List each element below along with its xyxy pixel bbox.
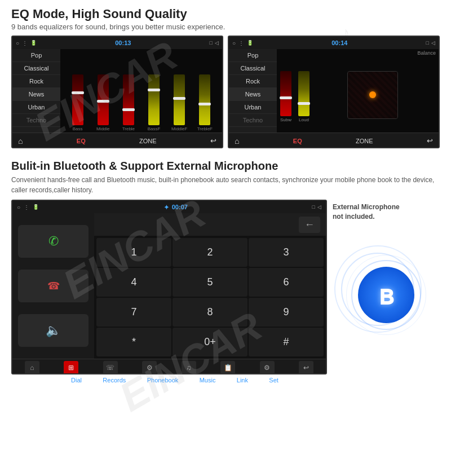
balance-dot[interactable] [369,91,376,98]
preset-techno-1[interactable]: Techno [12,114,60,127]
dial-key-3[interactable]: 3 [249,238,324,267]
phone-home-icon[interactable]: ⌂ [25,361,39,374]
records-icon[interactable]: ☏ [103,361,118,374]
eq-track-treblef[interactable] [199,74,210,125]
phone-back-nav-icon[interactable]: ↩ [299,361,313,374]
home-icon-2[interactable]: ⌂ [235,136,239,146]
dial-key-5[interactable]: 5 [173,268,247,297]
status-bar-2: ○ ⋮ 🔋 00:14 □ ◁ [229,37,439,49]
preset-techno-2[interactable]: Techno [229,114,277,127]
link-label: Link [237,377,248,384]
eq-bars-area-1: Bass Middle Treble BassF MiddleF TrebleF [60,49,222,133]
preset-classical-2[interactable]: Classical [229,62,277,75]
preset-classical-1[interactable]: Classical [12,62,60,75]
dial-key-hash[interactable]: # [249,328,324,356]
preset-pop-2[interactable]: Pop [229,49,277,62]
dial-icon[interactable]: ⊞ [64,361,78,374]
eq-track-middle[interactable] [98,74,109,125]
eq-bar-subw[interactable]: Subw [280,71,291,122]
preset-rock-2[interactable]: Rock [229,75,277,88]
eq-bar-bass[interactable] [72,74,83,125]
preset-pop-1[interactable]: Pop [12,49,60,62]
phone-nav-dial[interactable]: ⊞ [64,361,78,374]
eq-handle-treblef[interactable] [198,103,211,105]
eq-screens-row: ○ ⋮ 🔋 00:13 □ ◁ Pop Classical Rock [11,36,440,148]
status-right-2: □ ◁ [426,40,435,46]
balance-inner[interactable] [347,71,398,119]
eq-bar-loud[interactable]: Loud [298,71,309,122]
eq-bar-middle[interactable] [98,74,109,125]
dial-key-4[interactable]: 4 [96,268,171,297]
phone-square-icon: □ [312,204,315,210]
call-end-button[interactable]: ☎ [18,270,89,302]
dial-key-7[interactable]: 7 [96,298,171,327]
dial-key-8[interactable]: 8 [173,298,247,327]
preset-list-2[interactable]: Pop Classical Rock News Urban Techno [229,49,277,133]
eq-bar-bassf[interactable] [148,74,160,125]
eq-handle-subw[interactable] [280,96,292,99]
call-accept-button[interactable]: ✆ [18,225,89,258]
eq-handle-bassf[interactable] [148,89,160,91]
eq-track-middlef[interactable] [174,74,185,125]
label-treblef: TrebleF [196,126,213,131]
label-loud: Loud [299,117,309,122]
dial-left-buttons: ✆ ☎ 🔈 [12,213,94,359]
set-icon[interactable]: ⚙ [260,361,275,374]
music-icon[interactable]: ♫ [182,361,196,374]
dial-key-0[interactable]: 0+ [173,328,247,356]
eq-nav-label-1[interactable]: EQ [77,138,86,144]
back-icon-2: ◁ [431,40,435,46]
dial-key-6[interactable]: 6 [249,268,324,297]
phone-nav-back[interactable]: ↩ [299,361,313,374]
eq-handle-treble[interactable] [122,108,135,111]
back-nav-1[interactable]: ↩ [210,136,216,145]
preset-urban-1[interactable]: Urban [12,101,60,114]
eq-handle-middlef[interactable] [173,97,185,100]
eq-handle-bass[interactable] [72,91,84,94]
preset-news-1[interactable]: News [12,88,60,101]
eq-section-title: EQ Mode, High Sound Quality [11,7,440,21]
eq-track-treble[interactable] [123,74,134,125]
preset-urban-2[interactable]: Urban [229,101,277,114]
phone-nav-home[interactable]: ⌂ [25,361,39,374]
eq-nav-label-2[interactable]: EQ [293,138,302,144]
eq-body-2: Pop Classical Rock News Urban Techno Bal… [229,49,439,133]
dial-key-9[interactable]: 9 [249,298,324,327]
backspace-button[interactable]: ← [299,217,320,233]
phone-nav-records[interactable]: ☏ [103,361,118,374]
set-label: Set [269,377,278,384]
eq-handle-loud[interactable] [298,102,310,105]
dial-key-star[interactable]: * [96,328,171,356]
preset-list-1[interactable]: Pop Classical Rock News Urban Techno [12,49,60,133]
phone-nav-link[interactable]: 📋 [220,361,235,374]
dial-key-1[interactable]: 1 [96,238,171,267]
bluetooth-circle: ʙ [358,267,414,323]
eq-bar-middlef[interactable] [174,74,185,125]
phone-nav-music[interactable]: ♫ [182,361,196,374]
back-nav-2[interactable]: ↩ [427,136,433,145]
eq-bar-treble[interactable] [123,74,134,125]
volume-button[interactable]: 🔈 [18,314,89,347]
nav-labels-row: Dial Records Phonebook Music Link Set [11,374,327,386]
balance-display[interactable] [309,71,435,119]
home-icon-1[interactable]: ⌂ [18,136,23,146]
phonebook-icon[interactable]: ⚙ [142,361,157,374]
eq-track-loud[interactable] [298,71,309,116]
dial-key-2[interactable]: 2 [173,238,247,267]
eq-track-bassf[interactable] [148,74,160,125]
eq-screen-1: ○ ⋮ 🔋 00:13 □ ◁ Pop Classical Rock [11,36,223,148]
label-bassf: BassF [145,126,162,131]
phone-nav-phonebook[interactable]: ⚙ [142,361,157,374]
zone-nav-label-2[interactable]: ZONE [356,138,373,144]
preset-news-2[interactable]: News [229,88,277,101]
eq-track-subw[interactable] [280,71,291,116]
label-subw: Subw [280,117,291,122]
eq-bar-treblef[interactable] [199,74,210,125]
zone-nav-label-1[interactable]: ZONE [139,138,157,144]
link-icon[interactable]: 📋 [220,361,235,374]
preset-rock-1[interactable]: Rock [12,75,60,88]
time-display-2: 00:14 [331,39,347,46]
phone-nav-set[interactable]: ⚙ [260,361,275,374]
eq-track-bass[interactable] [72,74,83,125]
eq-handle-middle[interactable] [97,100,109,103]
